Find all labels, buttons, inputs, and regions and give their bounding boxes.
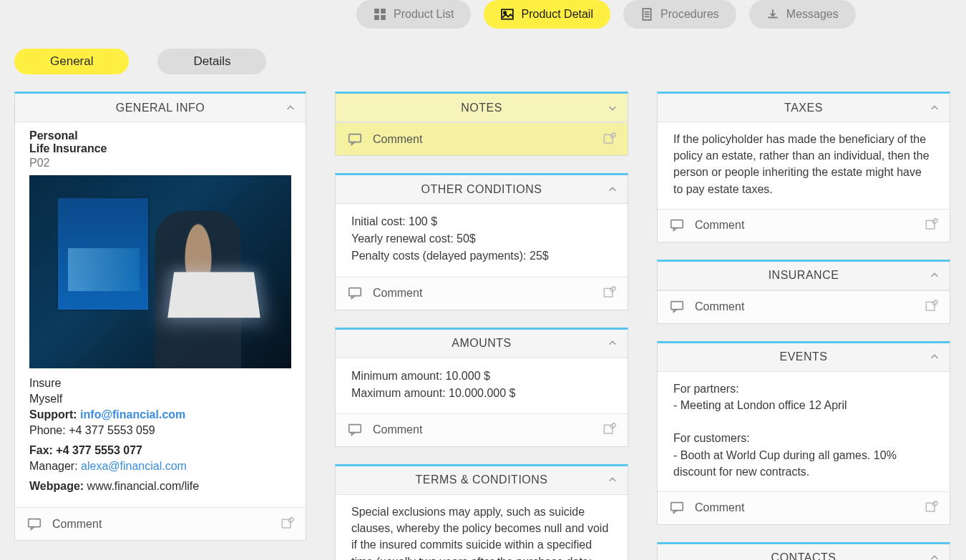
comment-label: Comment — [52, 518, 102, 531]
webpage-value[interactable]: www.financial.com/life — [87, 480, 200, 492]
comment-icon — [347, 132, 363, 147]
edit-icon[interactable] — [602, 286, 616, 300]
comment-row[interactable]: Comment — [336, 413, 628, 446]
comment-icon — [669, 217, 685, 233]
grid-icon — [374, 8, 386, 21]
chevron-up-icon[interactable] — [930, 553, 940, 560]
card-body: Minimum amount: 10.000 $ Maximum amount:… — [336, 358, 628, 413]
svg-rect-12 — [349, 134, 361, 142]
card-header: CONTACTS — [658, 544, 950, 560]
chevron-up-icon[interactable] — [930, 352, 940, 362]
oc-line-1: Yearly renewal cost: 50$ — [351, 230, 612, 247]
gi-webpage-row: Webpage: www.financial.com/life — [29, 480, 291, 493]
comment-icon — [669, 299, 685, 315]
svg-rect-19 — [926, 221, 935, 230]
card-body: For partners: - Meeting at London office… — [658, 372, 950, 491]
image-laptop — [167, 272, 260, 318]
svg-rect-15 — [604, 288, 613, 297]
comment-row[interactable]: Comment — [658, 491, 950, 524]
card-contacts: CONTACTS — [657, 542, 950, 560]
card-terms: TERMS & CONDITIONS Special exclusions ma… — [335, 464, 628, 560]
subtab-label: General — [50, 54, 93, 69]
card-header: NOTES — [336, 94, 628, 122]
document-icon — [640, 8, 653, 21]
gi-manager-row: Manager: alexa@financial.com — [29, 460, 291, 473]
svg-rect-0 — [374, 9, 379, 14]
tab-messages[interactable]: Messages — [749, 0, 856, 29]
manager-label: Manager: — [29, 460, 78, 472]
support-label: Support: — [29, 408, 77, 421]
svg-rect-10 — [29, 519, 41, 526]
gi-insure1: Insure — [29, 377, 291, 390]
top-tabs: Product List Product Detail Procedures M… — [356, 0, 966, 34]
webpage-label: Webpage: — [29, 480, 84, 492]
chevron-up-icon[interactable] — [608, 338, 618, 348]
comment-row[interactable]: Comment — [658, 290, 950, 323]
comment-label: Comment — [373, 423, 422, 436]
card-general-info: GENERAL INFO Personal Life Insurance P02… — [14, 92, 306, 541]
comment-row[interactable]: Comment — [15, 507, 306, 540]
subtab-details[interactable]: Details — [157, 49, 266, 74]
gi-line1: Personal — [29, 129, 291, 142]
chevron-up-icon[interactable] — [608, 475, 618, 485]
tab-procedures[interactable]: Procedures — [623, 0, 736, 29]
image-panel — [57, 197, 150, 311]
card-events: EVENTS For partners: - Meeting at London… — [657, 341, 950, 525]
tab-product-list[interactable]: Product List — [356, 0, 471, 29]
edit-icon[interactable] — [280, 517, 294, 531]
chevron-down-icon[interactable] — [608, 103, 618, 113]
card-header: AMOUNTS — [336, 330, 628, 358]
card-title: AMOUNTS — [452, 337, 512, 350]
edit-icon[interactable] — [602, 132, 616, 147]
support-email[interactable]: info@financial.com — [80, 408, 185, 421]
card-title: GENERAL INFO — [116, 102, 205, 114]
card-title: TERMS & CONDITIONS — [415, 473, 547, 486]
card-body: Personal Life Insurance P02 Insure Mysel… — [15, 122, 306, 507]
tab-label: Product List — [394, 8, 454, 21]
comment-row[interactable]: Comment — [658, 209, 950, 242]
fax-value: +4 377 5553 077 — [56, 444, 142, 456]
comment-label: Comment — [695, 219, 744, 232]
comment-row[interactable]: Comment — [336, 122, 628, 155]
card-other-conditions: OTHER CONDITIONS Initial cost: 100 $ Yea… — [335, 173, 628, 310]
edit-icon[interactable] — [924, 300, 938, 314]
card-header: GENERAL INFO — [15, 94, 306, 122]
svg-rect-11 — [282, 519, 291, 528]
card-notes: NOTES Comment — [335, 92, 628, 156]
comment-label: Comment — [373, 133, 422, 146]
column-1: GENERAL INFO Personal Life Insurance P02… — [14, 92, 306, 560]
edit-icon[interactable] — [924, 218, 938, 232]
oc-line-0: Initial cost: 100 $ — [351, 213, 612, 230]
card-title: EVENTS — [779, 350, 827, 363]
comment-label: Comment — [695, 501, 744, 514]
gi-code: P02 — [29, 157, 291, 170]
tab-label: Product Detail — [521, 8, 593, 21]
card-title: TAXES — [784, 102, 823, 114]
download-icon — [766, 8, 779, 21]
chevron-up-icon[interactable] — [286, 103, 296, 113]
card-title: NOTES — [461, 102, 502, 114]
svg-rect-14 — [349, 288, 361, 296]
comment-row[interactable]: Comment — [336, 277, 628, 310]
manager-email[interactable]: alexa@financial.com — [81, 460, 187, 472]
card-insurance: INSURANCE Comment — [657, 260, 950, 324]
comment-icon — [347, 422, 363, 438]
comment-label: Comment — [695, 300, 744, 313]
svg-rect-3 — [381, 15, 386, 20]
card-header: TAXES — [658, 94, 950, 122]
sub-tabs: General Details — [14, 49, 966, 74]
chevron-up-icon[interactable] — [930, 270, 940, 280]
card-title: INSURANCE — [769, 269, 839, 282]
gi-contacts: Insure Myself Support: info@financial.co… — [29, 377, 291, 493]
tab-product-detail[interactable]: Product Detail — [484, 0, 610, 29]
phone-label: Phone: — [29, 424, 66, 436]
chevron-up-icon[interactable] — [930, 103, 940, 113]
taxes-text: If the policyholder has made the benefic… — [673, 131, 934, 197]
edit-icon[interactable] — [924, 501, 938, 515]
comment-icon — [26, 516, 42, 532]
subtab-general[interactable]: General — [14, 49, 129, 74]
edit-icon[interactable] — [602, 423, 616, 437]
fax-label: Fax: — [29, 444, 53, 456]
chevron-up-icon[interactable] — [608, 185, 618, 195]
gi-insure2: Myself — [29, 393, 291, 406]
